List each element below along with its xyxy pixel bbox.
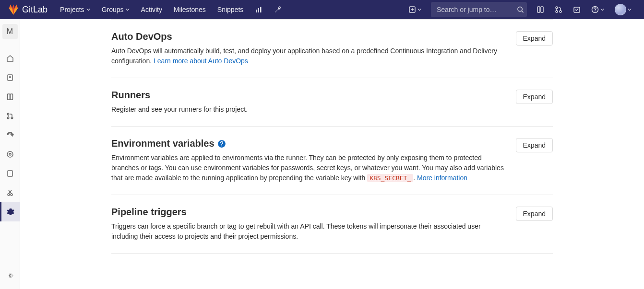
sidebar-item-overview[interactable] bbox=[0, 49, 20, 68]
title-text: Environment variables bbox=[111, 138, 215, 149]
help-dropdown[interactable] bbox=[586, 3, 609, 16]
sidebar-collapse-toggle[interactable] bbox=[0, 266, 20, 273]
section-body: Environment variables Environment variab… bbox=[111, 138, 504, 183]
nav-milestones-label: Milestones bbox=[174, 6, 206, 13]
svg-point-23 bbox=[11, 194, 12, 196]
expand-pipeline-triggers-button[interactable]: Expand bbox=[516, 207, 553, 221]
sidebar-item-issues[interactable] bbox=[0, 87, 20, 106]
code-k8s-secret: K8S_SECRET_ bbox=[367, 174, 413, 182]
svg-point-17 bbox=[7, 117, 9, 119]
svg-point-8 bbox=[556, 11, 558, 12]
nav-snippets-label: Snippets bbox=[217, 6, 243, 13]
section-desc-runners: Register and see your runners for this p… bbox=[111, 104, 504, 115]
sidebar-item-repository[interactable] bbox=[0, 68, 20, 87]
sidebar-item-cicd[interactable] bbox=[0, 126, 20, 145]
svg-rect-1 bbox=[258, 8, 260, 12]
nav-groups[interactable]: Groups bbox=[97, 1, 134, 18]
sidebar-item-wiki[interactable] bbox=[0, 164, 20, 183]
user-avatar bbox=[615, 4, 626, 15]
svg-point-22 bbox=[8, 194, 10, 196]
expand-runners-button[interactable]: Expand bbox=[516, 90, 553, 104]
chevron-down-icon bbox=[417, 8, 421, 12]
svg-point-12 bbox=[595, 11, 595, 12]
svg-rect-14 bbox=[7, 94, 10, 100]
sidebar-item-operations[interactable] bbox=[0, 145, 20, 164]
search-icon[interactable] bbox=[517, 6, 524, 13]
section-title-env-variables: Environment variables bbox=[111, 138, 504, 149]
gitlab-tanuki-icon bbox=[8, 4, 19, 15]
svg-rect-21 bbox=[8, 171, 12, 176]
svg-rect-15 bbox=[10, 94, 12, 100]
link-learn-auto-devops[interactable]: Learn more about Auto DevOps bbox=[154, 57, 248, 65]
nav-milestones[interactable]: Milestones bbox=[169, 1, 211, 18]
section-title-auto-devops: Auto DevOps bbox=[111, 31, 504, 42]
nav-projects[interactable]: Projects bbox=[55, 1, 95, 18]
chevron-down-icon bbox=[600, 8, 604, 12]
link-more-info-env[interactable]: More information bbox=[417, 174, 467, 182]
section-body: Auto DevOps Auto DevOps will automatical… bbox=[111, 31, 504, 66]
nav-wrench-icon[interactable] bbox=[269, 2, 286, 17]
sidebar-item-settings[interactable] bbox=[0, 202, 20, 221]
section-runners: Runners Register and see your runners fo… bbox=[111, 78, 553, 127]
chevron-down-icon bbox=[126, 8, 130, 12]
sidebar-item-merge-requests[interactable] bbox=[0, 106, 20, 126]
nav-activity-label: Activity bbox=[141, 6, 162, 13]
svg-point-18 bbox=[11, 117, 13, 119]
issues-icon[interactable] bbox=[532, 3, 549, 16]
merge-requests-icon[interactable] bbox=[550, 3, 567, 16]
section-body: Pipeline triggers Triggers can force a s… bbox=[111, 207, 504, 242]
navbar-right bbox=[404, 1, 636, 18]
chevron-down-icon bbox=[628, 8, 632, 12]
svg-rect-6 bbox=[541, 7, 543, 12]
gitlab-brand-text: GitLab bbox=[22, 5, 48, 15]
svg-point-7 bbox=[556, 7, 558, 9]
nav-chart-icon[interactable] bbox=[250, 2, 267, 17]
section-env-variables: Environment variables Environment variab… bbox=[111, 127, 553, 195]
nav-activity[interactable]: Activity bbox=[136, 1, 167, 18]
help-icon[interactable] bbox=[217, 139, 226, 148]
svg-point-9 bbox=[560, 11, 561, 12]
sidebar-item-snippets[interactable] bbox=[0, 183, 20, 202]
navbar-left: GitLab Projects Groups Activity Mileston… bbox=[8, 1, 286, 18]
main-content: Auto DevOps Auto DevOps will automatical… bbox=[20, 19, 644, 273]
left-sidebar: M bbox=[0, 19, 20, 273]
desc-text-post: . bbox=[413, 174, 417, 182]
settings-sections: Auto DevOps Auto DevOps will automatical… bbox=[102, 19, 562, 254]
project-badge[interactable]: M bbox=[2, 24, 18, 39]
nav-projects-label: Projects bbox=[60, 6, 84, 13]
search-input[interactable] bbox=[431, 2, 527, 17]
todos-icon[interactable] bbox=[568, 3, 585, 16]
svg-point-20 bbox=[9, 153, 11, 155]
svg-rect-0 bbox=[256, 10, 257, 12]
user-menu[interactable] bbox=[610, 1, 636, 18]
expand-env-variables-button[interactable]: Expand bbox=[516, 138, 553, 152]
svg-point-19 bbox=[7, 151, 13, 157]
svg-point-16 bbox=[7, 113, 9, 115]
plus-dropdown[interactable] bbox=[404, 3, 426, 16]
section-auto-devops: Auto DevOps Auto DevOps will automatical… bbox=[111, 20, 553, 78]
section-title-pipeline-triggers: Pipeline triggers bbox=[111, 207, 504, 218]
nav-snippets[interactable]: Snippets bbox=[213, 1, 248, 18]
project-badge-letter: M bbox=[7, 27, 13, 36]
search-container bbox=[431, 2, 527, 17]
section-title-runners: Runners bbox=[111, 90, 504, 101]
chevron-down-icon bbox=[86, 8, 90, 12]
svg-point-25 bbox=[221, 145, 222, 146]
section-pipeline-triggers: Pipeline triggers Triggers can force a s… bbox=[111, 195, 553, 254]
section-desc-env-variables: Environment variables are applied to env… bbox=[111, 153, 504, 183]
expand-auto-devops-button[interactable]: Expand bbox=[516, 31, 553, 46]
svg-rect-5 bbox=[537, 7, 540, 12]
svg-rect-2 bbox=[260, 7, 262, 12]
section-desc-pipeline-triggers: Triggers can force a specific branch or … bbox=[111, 221, 504, 242]
top-navbar: GitLab Projects Groups Activity Mileston… bbox=[0, 0, 644, 19]
section-body: Runners Register and see your runners fo… bbox=[111, 90, 504, 115]
section-desc-auto-devops: Auto DevOps will automatically build, te… bbox=[111, 46, 504, 66]
nav-groups-label: Groups bbox=[102, 6, 124, 13]
svg-point-4 bbox=[518, 7, 522, 11]
gitlab-logo[interactable]: GitLab bbox=[8, 4, 48, 15]
